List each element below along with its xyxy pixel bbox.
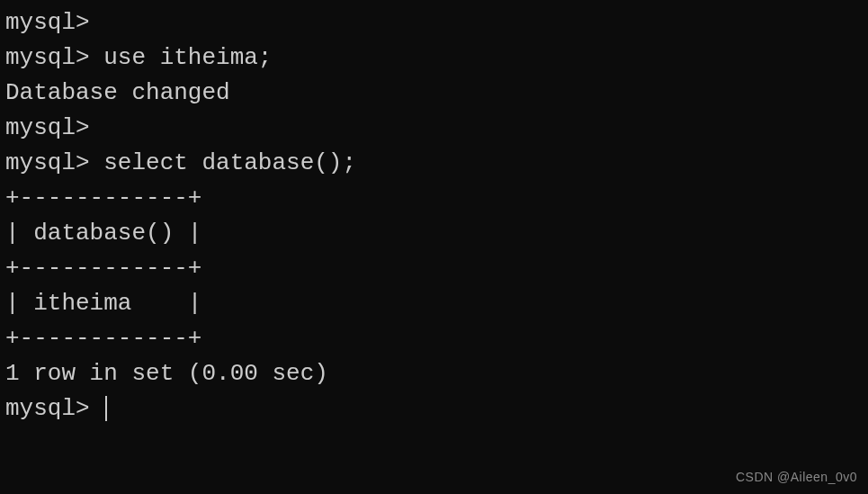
- terminal-line: +------------+: [5, 251, 863, 286]
- terminal-line: +------------+: [5, 321, 863, 356]
- terminal-line: mysql>: [5, 111, 863, 146]
- terminal-line: | database() |: [5, 216, 863, 251]
- terminal-line: mysql> select database();: [5, 146, 863, 181]
- terminal-prompt-active[interactable]: mysql>: [5, 391, 863, 427]
- cursor-icon: [105, 396, 107, 421]
- prompt-text: mysql>: [5, 395, 103, 422]
- terminal-line: 1 row in set (0.00 sec): [5, 356, 863, 391]
- terminal-line: | itheima |: [5, 286, 863, 321]
- terminal-line: +------------+: [5, 181, 863, 216]
- watermark-text: CSDN @Aileen_0v0: [736, 468, 857, 487]
- terminal-line: mysql> use itheima;: [5, 40, 863, 76]
- terminal-output[interactable]: mysql> mysql> use itheima; Database chan…: [5, 5, 863, 427]
- terminal-line: Database changed: [5, 76, 863, 111]
- terminal-line: mysql>: [5, 5, 863, 40]
